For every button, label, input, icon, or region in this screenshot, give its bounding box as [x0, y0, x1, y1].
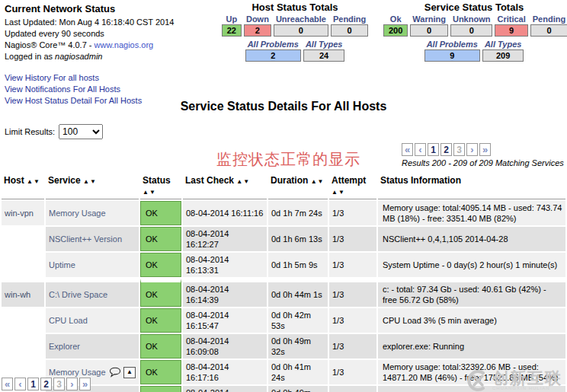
sort-arrows-icon[interactable]: ▲▼ [143, 189, 156, 196]
service-icons: ▲ [109, 367, 136, 378]
host-cell [2, 253, 44, 277]
service-totals-value-pending[interactable]: 0 [530, 24, 567, 37]
last-updated-text: Last Updated: Mon Aug 4 16:18:40 CST 201… [5, 17, 204, 28]
service-totals-label-ok[interactable]: Ok [383, 14, 408, 24]
service-all-problems-value[interactable]: 9 [424, 49, 480, 62]
nagios-org-link[interactable]: www.nagios.org [94, 40, 154, 49]
service-link[interactable]: Memory Usage [49, 367, 106, 378]
service-link[interactable]: Memory Usage [49, 208, 106, 218]
host-totals-label-up[interactable]: Up [222, 14, 242, 24]
service-totals-label-critical[interactable]: Critical [495, 14, 527, 24]
service-totals-value-unknown[interactable]: 0 [450, 24, 493, 37]
host-totals-label-unreachable[interactable]: Unreachable [274, 14, 328, 24]
col-header-attempt[interactable]: Attempt ▲▼ [329, 174, 376, 199]
status-cell: OK [140, 386, 181, 392]
attempt-cell: 1/3 [329, 308, 376, 333]
attempt-cell: 1/3 [329, 386, 376, 392]
service-link[interactable]: NSClient++ Version [49, 234, 122, 244]
status-cell: OK [140, 201, 181, 225]
service-all-types-value[interactable]: 209 [482, 49, 524, 62]
bottom-page-last-button[interactable]: » [79, 378, 91, 390]
service-totals-value-critical[interactable]: 9 [495, 24, 527, 37]
bottom-page-1-button[interactable]: 1 [27, 378, 39, 390]
service-totals-value-warning[interactable]: 0 [410, 24, 448, 37]
status-cell: OK [140, 253, 181, 277]
sort-arrows-icon[interactable]: ▲▼ [332, 189, 345, 196]
duration-cell: 0d 0h 49m 37s [268, 386, 328, 392]
host-all-types-value[interactable]: 24 [303, 49, 345, 62]
pagination-bottom: « ‹ 1 2 3 › » [2, 378, 92, 390]
service-all-types-label[interactable]: All Types [482, 40, 524, 49]
annotation-text: 监控状态正常的显示 [216, 149, 360, 170]
status-info-cell: c: - total: 97.34 Gb - used: 40.61 Gb (4… [378, 279, 565, 307]
pagination-top-wrap: « ‹ 1 2 3 › » Results 200 - 209 of 209 M… [402, 143, 566, 167]
page-last-button[interactable]: » [479, 143, 491, 156]
host-all-problems-value[interactable]: 2 [245, 49, 301, 62]
host-totals-value-pending[interactable]: 0 [331, 24, 368, 37]
host-totals-value-unreachable[interactable]: 0 [274, 24, 328, 37]
sort-arrows-icon[interactable]: ▲▼ [27, 178, 40, 185]
page-1-button[interactable]: 1 [428, 143, 439, 156]
bottom-page-prev-button[interactable]: ‹ [14, 378, 26, 390]
arrow-box-icon[interactable]: ▲ [123, 367, 136, 378]
col-header-last-check[interactable]: Last Check ▲▼ [183, 174, 267, 199]
host-all-problems-label[interactable]: All Problems [245, 40, 301, 49]
service-row: NSClient++ Version OK 08-04-2014 16:12:2… [2, 227, 565, 251]
duration-cell: 0d 0h 44m 1s [268, 279, 328, 307]
service-row: win-vpn Memory Usage OK 08-04-2014 16:11… [2, 201, 565, 225]
pagination-top: « ‹ 1 2 3 › » [402, 143, 566, 156]
service-link[interactable]: CPU Load [49, 315, 88, 326]
last-check-cell: 08-04-2014 16:09:03 [183, 386, 267, 392]
view-notifications-link[interactable]: View Notifications For All Hosts [5, 84, 204, 95]
page-next-button[interactable]: › [466, 143, 478, 156]
page-title: Service Status Details For All Hosts [0, 100, 567, 113]
col-header-status[interactable]: Status ▲▼ [140, 174, 181, 199]
host-cell [2, 227, 44, 251]
host-totals-value-up[interactable]: 22 [222, 24, 242, 37]
limit-results-select[interactable]: 100 [59, 124, 103, 139]
service-link[interactable]: C:\ Drive Space [49, 289, 107, 300]
host-all-types-label[interactable]: All Types [303, 40, 345, 49]
host-cell[interactable]: win-wh [2, 279, 44, 307]
service-link[interactable]: Explorer [49, 341, 80, 352]
bottom-page-first-button[interactable]: « [2, 378, 13, 390]
service-link[interactable]: Uptime [49, 260, 75, 270]
host-totals-labels: UpDownUnreachablePending [222, 14, 369, 24]
attempt-cell: 1/3 [329, 360, 376, 384]
host-totals-value-down[interactable]: 2 [244, 24, 271, 37]
status-cell: OK [140, 308, 181, 333]
status-info-cell: Memory usage: total:4095.14 MB - used: 7… [378, 201, 565, 225]
service-totals-label-warning[interactable]: Warning [410, 14, 448, 24]
duration-cell: 0d 1h 5m 9s [268, 253, 328, 277]
bottom-page-2-button[interactable]: 2 [40, 378, 52, 390]
sort-arrows-icon[interactable]: ▲▼ [236, 178, 250, 185]
sort-arrows-icon[interactable]: ▲▼ [311, 178, 325, 185]
service-all-problems-label[interactable]: All Problems [424, 40, 480, 49]
host-totals-label-down[interactable]: Down [244, 14, 271, 24]
view-history-link[interactable]: View History For all hosts [5, 72, 204, 84]
host-totals-values: 22200 [222, 24, 369, 37]
service-totals-value-ok[interactable]: 200 [383, 24, 408, 37]
service-totals-label-pending[interactable]: Pending [530, 14, 567, 24]
service-row: Uptime OK 08-04-2014 16:13:31 0d 1h 5m 9… [2, 253, 565, 277]
page-prev-button[interactable]: ‹ [415, 143, 426, 156]
limit-results-label: Limit Results: [5, 127, 55, 136]
attempt-cell: 1/3 [329, 334, 376, 359]
service-totals-label-unknown[interactable]: Unknown [450, 14, 493, 24]
service-status-totals: Service Status Totals OkWarningUnknownCr… [381, 2, 567, 62]
last-check-cell: 08-04-2014 16:13:31 [183, 253, 267, 277]
host-totals-label-pending[interactable]: Pending [331, 14, 368, 24]
page-2-button[interactable]: 2 [440, 143, 452, 156]
comment-icon[interactable] [109, 367, 121, 378]
host-cell[interactable]: win-vpn [2, 201, 44, 225]
col-header-service[interactable]: Service ▲▼ [46, 174, 139, 199]
col-header-duration[interactable]: Duration ▲▼ [268, 174, 328, 199]
bottom-page-next-button[interactable]: › [66, 378, 78, 390]
network-status-title: Current Network Status [5, 3, 204, 14]
sort-arrows-icon[interactable]: ▲▼ [83, 178, 97, 185]
status-info-cell: explorer.exe: Running [378, 334, 565, 359]
host-status-totals: Host Status Totals UpDownUnreachablePend… [204, 2, 386, 62]
col-header-host[interactable]: Host ▲▼ [2, 174, 44, 199]
last-check-cell: 08-04-2014 16:14:39 [183, 279, 267, 307]
page-first-button[interactable]: « [402, 143, 413, 156]
